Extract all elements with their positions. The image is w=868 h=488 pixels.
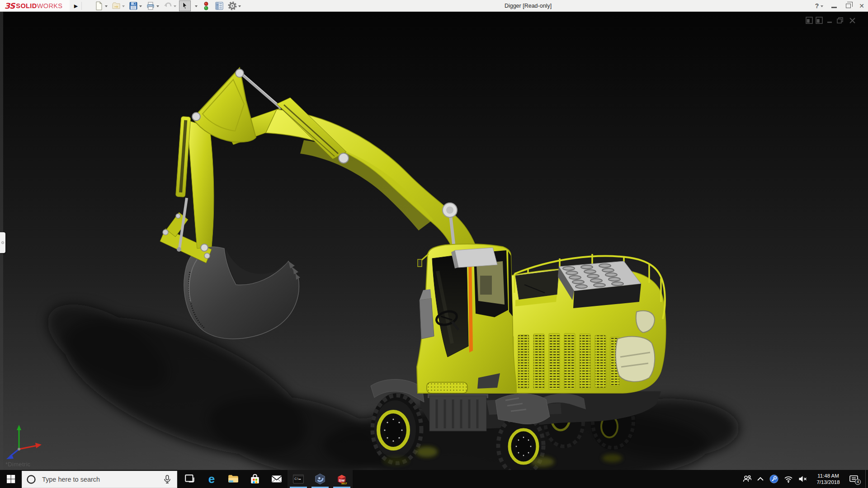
solidworks-logo: ЗS SOLIDWORKS — [0, 0, 70, 11]
print-icon — [146, 1, 155, 10]
taskbar-item-solidworks[interactable]: SW2017 — [331, 470, 353, 488]
cortana-icon[interactable] — [26, 474, 36, 484]
clock-time: 11:48 AM — [812, 473, 844, 479]
view-orientation-label: *Dimetric — [5, 461, 30, 468]
step-grip — [427, 382, 467, 393]
doc-restore-icon[interactable] — [837, 18, 843, 23]
flyout-handle-icon — [1, 241, 4, 244]
toolbar-expand-arrow-icon[interactable]: ▶ — [72, 1, 80, 10]
task-view-icon — [184, 473, 196, 485]
solidworks-2017-icon: SW2017 — [336, 473, 348, 485]
command-prompt-icon: C:\ — [292, 473, 304, 485]
dropdown-caret-icon[interactable] — [195, 5, 198, 7]
taskbar-item-edge[interactable]: e — [201, 470, 222, 488]
doc-close-icon[interactable] — [850, 18, 855, 23]
new-document-icon — [94, 1, 104, 10]
edrawings-hexagon-icon — [314, 473, 326, 485]
options-gear-icon — [228, 1, 237, 10]
print-button[interactable] — [145, 0, 160, 11]
titlebar: ЗS SOLIDWORKS ▶ — [0, 0, 868, 12]
dropdown-caret-icon[interactable] — [105, 5, 108, 7]
ds-logo-mark: ЗS — [5, 1, 14, 10]
viewport-3d-scene[interactable] — [0, 0, 868, 488]
select-cursor-icon — [180, 1, 189, 10]
undo-button[interactable] — [162, 0, 178, 11]
pane-right-icon[interactable] — [816, 17, 822, 23]
file-properties-button[interactable] — [213, 0, 225, 11]
wifi-icon[interactable] — [784, 475, 793, 483]
orientation-triad[interactable] — [4, 422, 47, 462]
clock-date: 7/13/2018 — [812, 479, 844, 485]
windows-logo-icon — [6, 474, 15, 483]
dropdown-caret-icon[interactable] — [238, 5, 241, 7]
document-title: Digger [Read-only] — [505, 0, 552, 11]
notification-badge: 4 — [855, 479, 861, 485]
cab[interactable] — [417, 244, 516, 393]
taskbar-item-task-view[interactable] — [179, 470, 201, 488]
undo-icon — [163, 1, 172, 10]
select-tool-button[interactable] — [179, 0, 191, 11]
triad-z-axis — [6, 449, 19, 459]
dropdown-caret-icon[interactable] — [122, 5, 125, 7]
open-button[interactable] — [110, 0, 126, 11]
taskbar-item-edrawings[interactable] — [309, 470, 331, 488]
dropdown-caret-icon[interactable] — [156, 5, 159, 7]
toolbar-separator — [81, 2, 82, 10]
dropdown-caret-icon[interactable] — [139, 5, 142, 7]
volume-muted-icon[interactable] — [798, 475, 807, 483]
taskbar-clock[interactable]: 11:48 AM 7/13/2018 — [812, 473, 844, 485]
brand-text: SOLIDWORKS — [16, 2, 62, 9]
triad-y-axis — [17, 425, 21, 449]
open-folder-icon — [112, 1, 121, 10]
triad-x-axis — [19, 443, 42, 449]
help-dropdown-caret-icon[interactable] — [821, 5, 823, 7]
action-center-icon[interactable]: 4 — [849, 475, 859, 483]
taskbar-item-command-prompt[interactable]: C:\ — [288, 470, 309, 488]
select-tool-dropdown[interactable] — [192, 0, 199, 11]
roof-vent-box — [451, 248, 497, 268]
taskbar-apps: e C:\ SW2017 — [179, 470, 353, 488]
svg-text:e: e — [208, 473, 215, 485]
new-document-button[interactable] — [93, 0, 109, 11]
svg-text:2017: 2017 — [341, 482, 347, 485]
microsoft-store-icon — [249, 473, 261, 485]
window-controls: ? ✕ — [815, 0, 868, 11]
taskbar-search-input[interactable]: Type here to search — [22, 471, 177, 488]
help-button[interactable]: ? — [815, 2, 819, 9]
file-explorer-icon — [227, 473, 239, 485]
dropdown-caret-icon[interactable] — [174, 5, 176, 7]
mail-icon — [271, 473, 283, 485]
start-button[interactable] — [0, 470, 22, 488]
taskbar-item-file-explorer[interactable] — [222, 470, 244, 488]
save-button[interactable] — [127, 0, 143, 11]
search-placeholder: Type here to search — [42, 476, 162, 483]
windows-taskbar: Type here to search e C:\ SW2017 — [0, 470, 868, 488]
svg-text:C:\: C:\ — [294, 477, 298, 480]
system-tray: 11:48 AM 7/13/2018 4 — [740, 470, 868, 488]
show-desktop-button[interactable] — [865, 470, 868, 488]
taskbar-item-mail[interactable] — [266, 470, 288, 488]
app-tray-blue-icon[interactable] — [769, 474, 778, 483]
microphone-icon[interactable] — [162, 474, 172, 484]
feature-panel-flyout-tab[interactable] — [0, 232, 5, 253]
doc-minimize-icon[interactable] — [827, 22, 832, 23]
document-window-controls — [806, 15, 861, 27]
people-icon[interactable] — [742, 475, 751, 483]
edge-icon: e — [206, 473, 217, 485]
minimize-button[interactable] — [831, 7, 837, 8]
hidden-icons-chevron-icon[interactable] — [757, 476, 764, 482]
options-button[interactable] — [226, 0, 242, 11]
front-left-wheel[interactable] — [371, 393, 423, 465]
save-floppy-icon — [129, 1, 138, 10]
pane-left-icon[interactable] — [806, 17, 812, 23]
restore-button[interactable] — [846, 4, 851, 8]
quick-access-toolbar — [93, 0, 244, 11]
close-button[interactable]: ✕ — [859, 2, 864, 9]
rebuild-button[interactable] — [200, 0, 212, 11]
file-properties-icon — [215, 1, 224, 10]
rebuild-traffic-light-icon — [202, 1, 211, 10]
taskbar-item-store[interactable] — [244, 470, 266, 488]
